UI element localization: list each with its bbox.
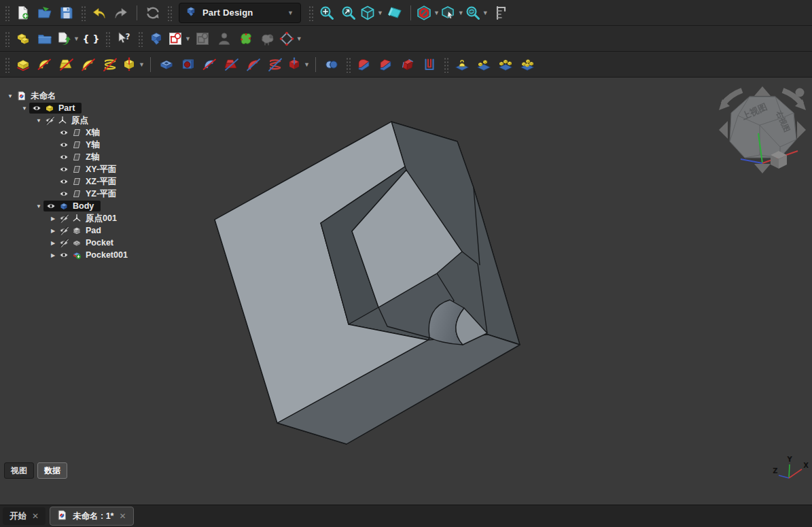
open-folder-button[interactable]: [34, 2, 56, 24]
pd-body-button[interactable]: [145, 28, 167, 50]
tree-item-Pocket001[interactable]: ▶Pocket001: [0, 249, 204, 261]
additive-pipe-button[interactable]: [77, 54, 99, 75]
thickness-button[interactable]: [419, 54, 440, 75]
shape-binder-button[interactable]: [235, 28, 257, 50]
new-file-button[interactable]: [12, 2, 34, 24]
make-link-button[interactable]: ▼: [56, 28, 80, 50]
refresh-button[interactable]: [142, 2, 164, 24]
create-sketch-button[interactable]: ▼: [167, 28, 192, 50]
subtractive-loft-button[interactable]: [221, 54, 243, 75]
tree-item-XZ-平面[interactable]: XZ-平面: [0, 175, 204, 188]
validate-sketch-dropdown-arrow[interactable]: ▼: [296, 35, 302, 42]
iso-view-dropdown-arrow[interactable]: ▼: [377, 10, 383, 16]
sketch-person-button[interactable]: [213, 28, 235, 50]
subtractive-pipe-button[interactable]: [243, 54, 264, 75]
additive-primitive-dropdown-arrow[interactable]: ▼: [139, 61, 145, 68]
map-sketch-button[interactable]: [192, 28, 213, 50]
multi-transform-button[interactable]: [516, 54, 538, 75]
toolbar-drag-handle[interactable]: [166, 5, 172, 21]
navcube-top-face-label[interactable]: 上视图: [740, 101, 769, 122]
tree-item-X轴[interactable]: X轴: [0, 126, 204, 139]
fillet-button[interactable]: [353, 54, 375, 75]
tree-item-原点[interactable]: ▼原点: [0, 114, 204, 126]
tree-item-Pocket[interactable]: ▶Pocket: [0, 237, 204, 249]
fit-all-button[interactable]: [316, 2, 338, 24]
tree-item-Pad[interactable]: ▶Pad: [0, 224, 204, 237]
group-button[interactable]: [34, 28, 56, 50]
draft-button[interactable]: [397, 54, 419, 75]
workbench-dropdown-arrow[interactable]: ▼: [287, 10, 294, 16]
create-sketch-dropdown-arrow[interactable]: ▼: [185, 35, 191, 42]
workbench-selector[interactable]: Part Design▼: [179, 3, 301, 23]
sync-view-dropdown-arrow[interactable]: ▼: [482, 10, 489, 16]
additive-loft-button[interactable]: [56, 54, 77, 75]
property-tab-数据[interactable]: 数据: [37, 462, 67, 479]
redo-button[interactable]: [110, 2, 132, 24]
tree-caret-collapsed[interactable]: ▶: [48, 228, 58, 234]
std-part-button[interactable]: [12, 28, 34, 50]
measure-button[interactable]: [489, 2, 511, 24]
document-tab-unnamed[interactable]: 未命名 : 1*✕: [50, 507, 134, 526]
tree-item-XY-平面[interactable]: XY-平面: [0, 163, 204, 175]
toolbar-drag-handle[interactable]: [4, 5, 10, 21]
property-tab-视图[interactable]: 视图: [4, 462, 34, 479]
tree-caret-expanded[interactable]: ▼: [34, 203, 43, 209]
tree-item-Z轴[interactable]: Z轴: [0, 151, 204, 163]
navigation-cluster[interactable]: 上视图 右视图: [719, 86, 806, 173]
navcube-mini-cube[interactable]: [771, 151, 787, 169]
polar-pattern-button[interactable]: [495, 54, 516, 75]
tree-item-Y轴[interactable]: Y轴: [0, 139, 204, 151]
tree-item-原点001[interactable]: ▶原点001: [0, 212, 204, 224]
subtractive-helix-button[interactable]: [264, 54, 286, 75]
toolbar-drag-handle[interactable]: [80, 5, 86, 21]
linear-pattern-button[interactable]: [473, 54, 495, 75]
navcube-right-face-label[interactable]: 右视图: [774, 109, 792, 133]
hole-button[interactable]: [177, 54, 199, 75]
iso-view-button[interactable]: ▼: [359, 2, 384, 24]
subtractive-primitive-button[interactable]: ▼: [286, 54, 311, 75]
draw-style-button[interactable]: [384, 2, 406, 24]
make-link-dropdown-arrow[interactable]: ▼: [73, 35, 80, 42]
groove-button[interactable]: [199, 54, 221, 75]
clone-button[interactable]: [257, 28, 279, 50]
close-tab-icon[interactable]: ✕: [32, 511, 39, 521]
tree-caret-collapsed[interactable]: ▶: [48, 252, 58, 258]
clipping-button[interactable]: ▼: [416, 2, 440, 24]
tree-caret-expanded[interactable]: ▼: [34, 118, 43, 124]
toolbar-drag-handle[interactable]: [4, 31, 10, 47]
box-select-button[interactable]: ▼: [440, 2, 465, 24]
subtractive-primitive-dropdown-arrow[interactable]: ▼: [304, 61, 310, 68]
document-tab-start[interactable]: 开始✕: [3, 507, 46, 525]
validate-sketch-button[interactable]: ▼: [279, 28, 303, 50]
additive-helix-button[interactable]: [99, 54, 121, 75]
toolbar-drag-handle[interactable]: [4, 56, 10, 73]
close-tab-icon[interactable]: ✕: [120, 511, 126, 521]
revolution-button[interactable]: [34, 54, 56, 75]
fit-selection-button[interactable]: [338, 2, 359, 24]
toolbar-drag-handle[interactable]: [308, 5, 313, 21]
chamfer-button[interactable]: [375, 54, 397, 75]
toolbar-drag-handle[interactable]: [345, 56, 351, 73]
sync-view-button[interactable]: ▼: [465, 2, 489, 24]
toolbar-drag-handle[interactable]: [105, 31, 110, 47]
whats-this-button[interactable]: ?: [113, 28, 135, 50]
additive-primitive-button[interactable]: ▼: [121, 54, 145, 75]
boolean-button[interactable]: [321, 54, 342, 75]
mirrored-button[interactable]: [451, 54, 473, 75]
tree-caret-expanded[interactable]: ▼: [20, 105, 29, 112]
tree-item-未命名[interactable]: ▼未命名: [0, 90, 204, 102]
part-model[interactable]: [215, 122, 520, 444]
tree-caret-expanded[interactable]: ▼: [5, 93, 15, 99]
pocket-button[interactable]: [156, 54, 177, 75]
tree-item-YZ-平面[interactable]: YZ-平面: [0, 188, 204, 200]
tree-caret-collapsed[interactable]: ▶: [48, 216, 58, 222]
toolbar-drag-handle[interactable]: [443, 56, 448, 73]
clipping-dropdown-arrow[interactable]: ▼: [434, 10, 440, 16]
box-select-dropdown-arrow[interactable]: ▼: [458, 10, 464, 16]
tree-caret-collapsed[interactable]: ▶: [48, 240, 58, 246]
undo-button[interactable]: [88, 2, 110, 24]
toolbar-drag-handle[interactable]: [137, 31, 143, 47]
tree-item-Body[interactable]: ▼Body: [0, 200, 204, 212]
tree-item-Part[interactable]: ▼Part: [0, 102, 204, 114]
pad-button[interactable]: [12, 54, 34, 75]
